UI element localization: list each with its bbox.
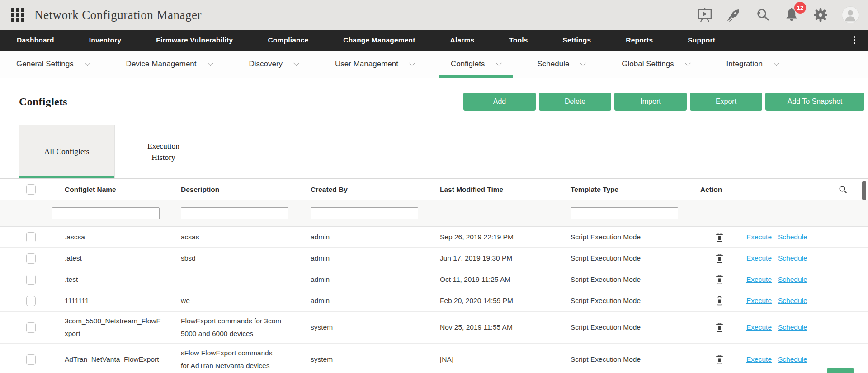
add-button[interactable]: Add [463, 93, 536, 111]
chevron-down-icon [293, 60, 299, 66]
trash-icon[interactable] [715, 275, 724, 284]
configlet-name: .atest [55, 252, 171, 265]
filter-description-input[interactable] [181, 207, 288, 219]
table-row: AdTran_NetVanta_FlowExport sFlow FlowExp… [0, 344, 868, 373]
nav-compliance[interactable]: Compliance [268, 36, 308, 44]
app-screen: Network Configuration Manager [0, 0, 868, 373]
filter-created-by-input[interactable] [311, 207, 418, 219]
col-configlet-name[interactable]: Configlet Name [55, 186, 171, 194]
tab-bar: All Configlets Execution History [0, 125, 868, 179]
export-button[interactable]: Export [690, 93, 762, 111]
bell-icon[interactable]: 12 [784, 7, 799, 23]
template-type: Script Execution Mode [561, 355, 690, 364]
rocket-icon[interactable] [726, 7, 741, 23]
col-created-by[interactable]: Created By [301, 186, 430, 194]
subnav-general-settings[interactable]: General Settings [5, 51, 101, 78]
chevron-down-icon [208, 60, 213, 66]
trash-icon[interactable] [715, 354, 724, 364]
filter-row [0, 200, 868, 227]
nav-support[interactable]: Support [688, 36, 715, 44]
select-all-checkbox[interactable] [26, 184, 36, 195]
last-modified-time: Jun 17, 2019 19:30 PM [430, 254, 561, 262]
trash-icon[interactable] [715, 296, 724, 306]
schedule-link[interactable]: Schedule [778, 254, 807, 262]
tab-execution-history[interactable]: Execution History [114, 125, 212, 178]
table-row: .ascsa acsas admin Sep 26, 2019 22:19 PM… [0, 227, 868, 248]
table-row: 1111111 we admin Feb 20, 2020 14:59 PM S… [0, 290, 868, 312]
subnav-discovery[interactable]: Discovery [237, 51, 311, 78]
row-checkbox[interactable] [26, 296, 36, 306]
configlet-description: acsas [171, 231, 301, 243]
import-button[interactable]: Import [614, 93, 687, 111]
subnav-configlets[interactable]: Configlets [439, 51, 513, 78]
execute-link[interactable]: Execute [746, 297, 772, 305]
trash-icon[interactable] [715, 253, 724, 263]
topbar-icons: 12 [697, 6, 859, 23]
nav-dashboard[interactable]: Dashboard [17, 36, 54, 44]
nav-change-management[interactable]: Change Management [343, 36, 415, 44]
col-description[interactable]: Description [171, 186, 301, 194]
configlet-name: AdTran_NetVanta_FlowExport [55, 353, 171, 366]
schedule-link[interactable]: Schedule [778, 323, 807, 331]
presentation-play-icon[interactable] [697, 7, 712, 23]
row-checkbox[interactable] [26, 322, 36, 333]
page-actions: Add Delete Import Export Add To Snapshot [463, 93, 864, 111]
template-type: Script Execution Mode [561, 275, 690, 284]
add-to-snapshot-button[interactable]: Add To Snapshot [765, 93, 864, 111]
subnav-schedule[interactable]: Schedule [525, 51, 597, 78]
delete-button[interactable]: Delete [539, 93, 611, 111]
gear-icon[interactable] [813, 7, 828, 23]
chevron-down-icon [685, 60, 691, 66]
configlet-name: 1111111 [55, 294, 171, 307]
notification-badge[interactable]: 12 [794, 2, 806, 14]
row-checkbox[interactable] [26, 253, 36, 264]
row-checkbox[interactable] [26, 275, 36, 285]
configlet-description: sFlow FlowExport commands for AdTran Net… [171, 347, 301, 372]
execute-link[interactable]: Execute [746, 254, 772, 262]
subnav-integration[interactable]: Integration [715, 51, 790, 78]
execute-link[interactable]: Execute [746, 323, 772, 331]
execute-link[interactable]: Execute [746, 275, 772, 284]
trash-icon[interactable] [715, 322, 724, 332]
chevron-down-icon [496, 60, 502, 66]
table-row: .test admin Oct 11, 2019 11:25 AM Script… [0, 269, 868, 290]
execute-link[interactable]: Execute [746, 355, 772, 364]
template-type: Script Execution Mode [561, 254, 690, 262]
created-by: admin [301, 297, 430, 305]
chevron-down-icon [85, 60, 90, 66]
bottom-scroll-indicator[interactable] [827, 368, 854, 373]
nav-inventory[interactable]: Inventory [89, 36, 122, 44]
tab-all-configlets[interactable]: All Configlets [19, 125, 114, 178]
table-header-row: Configlet Name Description Created By La… [0, 179, 868, 200]
col-last-modified-time[interactable]: Last Modified Time [430, 186, 561, 194]
vertical-scrollbar-thumb[interactable] [862, 181, 866, 200]
search-icon[interactable] [755, 7, 770, 23]
nav-settings[interactable]: Settings [563, 36, 591, 44]
nav-tools[interactable]: Tools [509, 36, 528, 44]
subnav-global-settings[interactable]: Global Settings [610, 51, 701, 78]
filter-template-type-input[interactable] [571, 207, 678, 219]
schedule-link[interactable]: Schedule [778, 355, 807, 364]
row-checkbox[interactable] [26, 232, 36, 242]
nav-alarms[interactable]: Alarms [450, 36, 475, 44]
schedule-link[interactable]: Schedule [778, 233, 807, 241]
filter-configlet-name-input[interactable] [52, 207, 160, 219]
nav-firmware-vulnerability[interactable]: Firmware Vulnerability [156, 36, 233, 44]
chevron-down-icon [409, 60, 415, 66]
primary-nav: Dashboard Inventory Firmware Vulnerabili… [0, 30, 868, 51]
trash-icon[interactable] [715, 232, 724, 242]
nav-reports[interactable]: Reports [626, 36, 653, 44]
schedule-link[interactable]: Schedule [778, 275, 807, 284]
subnav-device-management[interactable]: Device Management [114, 51, 224, 78]
col-template-type[interactable]: Template Type [561, 186, 690, 194]
apps-grid-icon[interactable] [11, 8, 24, 22]
created-by: admin [301, 254, 430, 262]
execute-link[interactable]: Execute [746, 233, 772, 241]
row-checkbox[interactable] [26, 354, 36, 365]
more-vertical-icon[interactable] [851, 34, 858, 46]
subnav-user-management[interactable]: User Management [323, 51, 426, 78]
schedule-link[interactable]: Schedule [778, 297, 807, 305]
avatar[interactable] [842, 6, 859, 23]
col-action: Action [700, 186, 722, 194]
table-search-icon[interactable] [839, 185, 847, 194]
